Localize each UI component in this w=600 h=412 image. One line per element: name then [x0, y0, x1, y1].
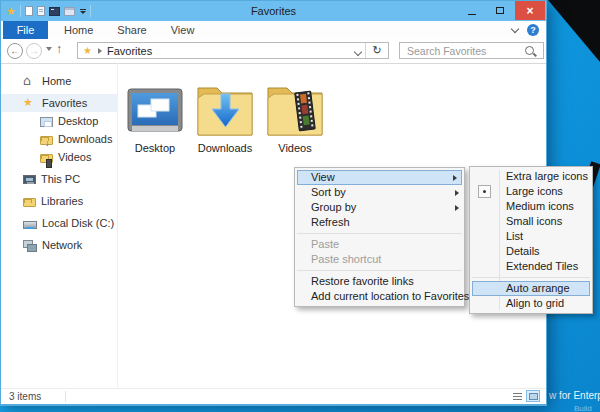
address-box[interactable]: ★ Favorites ↻	[77, 42, 389, 59]
status-separator	[65, 391, 66, 402]
network-icon	[23, 240, 37, 252]
customize-qat-dropdown-icon[interactable]	[80, 9, 86, 14]
menu-item-restore-favorite-links[interactable]: Restore favorite links	[295, 274, 464, 289]
menu-item-list[interactable]: List	[470, 229, 592, 244]
menu-item-label: Group by	[311, 201, 356, 213]
tab-view[interactable]: View	[159, 21, 207, 39]
details-view-icon	[513, 393, 522, 400]
window-frame-icon[interactable]	[64, 7, 75, 16]
menu-item-label: Add current location to Favorites	[311, 290, 469, 302]
desktop-monitor-icon	[122, 75, 188, 139]
up-button[interactable]: ↑	[56, 42, 62, 56]
file-label: Desktop	[122, 142, 188, 154]
menu-item-details[interactable]: Details	[470, 244, 592, 259]
maximize-button[interactable]	[487, 1, 513, 20]
desktop-watermark-line1: w for Enterp	[549, 390, 600, 401]
properties-document-icon[interactable]	[37, 6, 45, 16]
menu-item-label: Extended Tiles	[506, 260, 578, 272]
file-item-downloads[interactable]: Downloads	[192, 75, 258, 154]
sidebar-item-label: Local Disk (C:)	[42, 217, 114, 229]
status-bar: 3 items	[1, 388, 546, 404]
view-submenu: Extra large icons Large icons Medium ico…	[469, 166, 593, 314]
sidebar-item-label: Home	[42, 75, 71, 87]
radio-selected-icon	[478, 185, 491, 198]
details-view-button[interactable]	[510, 390, 524, 402]
thumbnails-view-button[interactable]	[526, 390, 540, 402]
navigation-pane: Home Favorites Desktop Downloads Videos …	[1, 63, 118, 389]
close-button[interactable]: ×	[515, 1, 545, 20]
sidebar-item-label: Desktop	[58, 115, 98, 127]
video-folder-icon	[40, 154, 53, 163]
menu-item-medium-icons[interactable]: Medium icons	[470, 199, 592, 214]
submenu-arrow-icon	[455, 205, 459, 211]
menu-item-label: Restore favorite links	[311, 275, 414, 287]
menu-item-large-icons[interactable]: Large icons	[470, 184, 592, 199]
address-dropdown-icon[interactable]	[354, 48, 362, 56]
sidebar-item-home[interactable]: Home	[1, 72, 117, 90]
downloads-folder-icon	[192, 75, 258, 139]
items-count: 3 items	[9, 390, 41, 403]
menu-separator	[297, 233, 462, 234]
home-icon	[23, 75, 37, 87]
expand-ribbon-chevron-icon[interactable]	[511, 24, 519, 32]
back-button[interactable]: ←	[7, 43, 23, 59]
sidebar-item-videos[interactable]: Videos	[1, 148, 117, 166]
back-icon: ←	[10, 45, 20, 56]
forward-icon: →	[29, 45, 39, 56]
file-item-desktop[interactable]: Desktop	[122, 75, 188, 154]
sidebar-item-favorites[interactable]: Favorites	[1, 94, 117, 112]
menu-item-sort-by[interactable]: Sort by	[295, 185, 464, 200]
menu-item-add-current-location[interactable]: Add current location to Favorites	[295, 289, 464, 304]
menu-item-extended-tiles[interactable]: Extended Tiles	[470, 259, 592, 274]
menu-item-refresh[interactable]: Refresh	[295, 215, 464, 230]
search-icon[interactable]	[525, 46, 534, 55]
sidebar-item-this-pc[interactable]: This PC	[1, 170, 117, 188]
sidebar-item-label: Favorites	[42, 97, 87, 109]
menu-item-view[interactable]: View	[297, 170, 462, 185]
quick-access-toolbar: ★	[6, 1, 91, 21]
tab-share[interactable]: Share	[105, 21, 158, 39]
search-input[interactable]	[400, 45, 525, 57]
sidebar-item-desktop[interactable]: Desktop	[1, 112, 117, 130]
new-document-icon[interactable]	[25, 6, 33, 16]
tab-file[interactable]: File	[3, 21, 48, 39]
desktop-watermark-line2: Build	[574, 404, 592, 412]
help-icon[interactable]: ?	[527, 24, 539, 36]
menu-item-label: Paste shortcut	[311, 253, 381, 265]
wallpaper-dark-shape	[548, 0, 600, 62]
star-icon	[23, 97, 37, 109]
forward-button[interactable]: →	[26, 43, 42, 59]
menu-separator	[472, 277, 590, 278]
title-bar[interactable]: Favorites ★ ×	[1, 1, 546, 21]
tab-home[interactable]: Home	[52, 21, 105, 39]
refresh-button[interactable]: ↻	[365, 43, 388, 58]
submenu-arrow-icon	[453, 175, 457, 181]
menu-item-paste: Paste	[295, 237, 464, 252]
computer-icon	[23, 175, 36, 184]
search-box[interactable]	[399, 42, 544, 59]
sidebar-item-network[interactable]: Network	[1, 236, 117, 254]
file-item-videos[interactable]: Videos	[262, 75, 328, 154]
qat-separator	[20, 5, 21, 17]
menu-item-label: Medium icons	[506, 200, 574, 212]
sidebar-item-downloads[interactable]: Downloads	[1, 130, 117, 148]
menu-item-small-icons[interactable]: Small icons	[470, 214, 592, 229]
menu-item-align-to-grid[interactable]: Align to grid	[470, 296, 592, 311]
sidebar-item-label: Libraries	[41, 195, 83, 207]
menu-item-label: Extra large icons	[506, 170, 588, 182]
command-prompt-icon[interactable]	[49, 7, 60, 16]
menu-item-group-by[interactable]: Group by	[295, 200, 464, 215]
breadcrumb-arrow-icon[interactable]	[98, 48, 102, 54]
sidebar-item-libraries[interactable]: Libraries	[1, 192, 117, 210]
qat-separator	[90, 5, 91, 17]
context-menu: View Sort by Group by Refresh Paste Past…	[294, 167, 465, 307]
breadcrumb[interactable]: Favorites	[107, 45, 152, 57]
menu-item-extra-large-icons[interactable]: Extra large icons	[470, 169, 592, 184]
favorites-star-icon[interactable]: ★	[6, 6, 16, 16]
menu-item-label: Details	[506, 245, 540, 257]
recent-locations-dropdown-icon[interactable]	[46, 47, 52, 51]
sidebar-item-local-disk[interactable]: Local Disk (C:)	[1, 214, 117, 232]
minimize-button[interactable]	[459, 1, 485, 20]
menu-item-auto-arrange[interactable]: Auto arrange	[472, 281, 590, 296]
menu-item-label: Sort by	[311, 186, 346, 198]
